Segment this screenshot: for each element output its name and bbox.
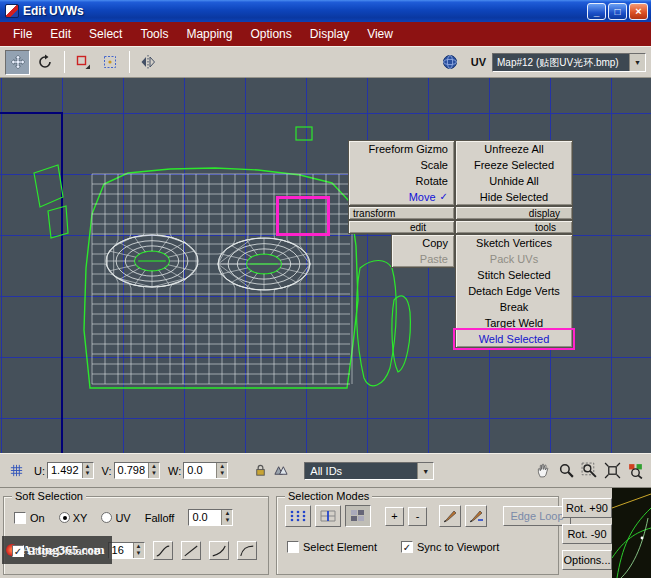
checkbox-box[interactable]: ✓ [12,545,24,557]
menu-item-freeze-selected[interactable]: Freeze Selected [456,157,572,173]
edge-distance-spinner-buttons[interactable]: ▲▼ [133,543,144,558]
menu-item-unfreeze-all[interactable]: Unfreeze All [456,141,572,157]
paint-select-button[interactable] [439,505,461,527]
spinner-down-icon[interactable]: ▼ [149,470,159,477]
w-spinner[interactable]: 0.0 ▲▼ [183,462,228,479]
menu-view[interactable]: View [358,22,402,46]
edge-distance-value[interactable]: 16 [109,543,133,558]
falloff-spinner-buttons[interactable]: ▲▼ [221,510,232,525]
pan-button[interactable] [533,461,553,481]
falloff-value[interactable]: 0.0 [189,510,221,525]
edge-distance-checkbox[interactable]: ✓ Edge Distance [12,545,100,557]
menu-item-scale[interactable]: Scale [349,157,454,173]
menu-edit[interactable]: Edit [41,22,80,46]
spinner-up-icon[interactable]: ▲ [222,510,232,517]
v-value[interactable]: 0.798 [115,463,149,478]
face-mode-button[interactable] [345,505,371,527]
rotate-tool-button[interactable] [32,50,57,75]
map-selector-dropdown[interactable]: Map#12 (贴图UV光环.bmp) ▼ [492,53,646,72]
menu-item-detach-edge-verts[interactable]: Detach Edge Verts [456,283,572,299]
falloff-smooth-button[interactable] [153,541,173,560]
menu-item-freeform-gizmo[interactable]: Freeform Gizmo [349,141,454,157]
absolute-mode-button[interactable] [6,461,26,481]
checkbox-box[interactable] [14,512,26,524]
rotate-minus-90-button[interactable]: Rot. -90 [562,524,612,544]
u-value[interactable]: 1.492 [48,463,82,478]
spinner-down-icon[interactable]: ▼ [217,470,227,477]
v-spinner-buttons[interactable]: ▲▼ [148,463,159,478]
menu-display[interactable]: Display [301,22,358,46]
minimize-button[interactable]: _ [587,3,606,20]
radio-circle[interactable] [101,512,112,523]
zoom-to-selected-button[interactable] [625,461,645,481]
menu-item-unhide-all[interactable]: Unhide All [456,173,572,189]
title-bar[interactable]: Edit UVWs _ □ × [0,0,651,22]
menu-item-copy[interactable]: Copy [392,235,454,251]
spinner-down-icon[interactable]: ▼ [222,517,232,524]
id-filter-dropdown[interactable]: All IDs ▼ [304,462,434,480]
show-map-button[interactable] [438,50,463,75]
freeform-gizmo-button[interactable] [97,50,122,75]
menu-item-target-weld[interactable]: Target Weld [456,315,572,331]
menu-item-stitch-selected[interactable]: Stitch Selected [456,267,572,283]
scale-tool-button[interactable] [70,50,95,75]
rotate-plus-90-button[interactable]: Rot. +90 [562,498,612,518]
shrink-selection-button[interactable]: - [408,507,427,526]
spinner-up-icon[interactable]: ▲ [134,543,144,550]
w-spinner-buttons[interactable]: ▲▼ [216,463,227,478]
menu-item-hide-selected[interactable]: Hide Selected [456,189,572,205]
spinner-up-icon[interactable]: ▲ [217,463,227,470]
uv-editor-viewport[interactable]: Freeform Gizmo Scale Rotate Move ✓ Unfre… [0,78,651,453]
zoom-extents-button[interactable] [602,461,622,481]
menu-file[interactable]: File [4,22,41,46]
u-spinner[interactable]: 1.492 ▲▼ [47,462,94,479]
zoom-button[interactable] [556,461,576,481]
spinner-down-icon[interactable]: ▼ [134,550,144,557]
vertex-mode-button[interactable] [285,505,311,527]
soft-selection-on-checkbox[interactable]: On [14,512,45,524]
select-element-checkbox[interactable]: Select Element [287,541,377,553]
move-tool-button[interactable] [5,50,30,75]
close-button[interactable]: × [629,3,648,20]
falloff-fast-button[interactable] [237,541,257,560]
checkbox-box[interactable]: ✓ [401,541,413,553]
w-value[interactable]: 0.0 [184,463,216,478]
sync-to-viewport-checkbox[interactable]: ✓ Sync to Viewport [401,541,499,553]
menu-item-weld-selected[interactable]: Weld Selected [456,331,572,347]
u-spinner-buttons[interactable]: ▲▼ [82,463,93,478]
dropdown-arrow-icon[interactable]: ▼ [629,54,645,71]
menu-item-break[interactable]: Break [456,299,572,315]
grow-selection-button[interactable]: + [385,507,404,526]
falloff-slow-button[interactable] [209,541,229,560]
mirror-tool-button[interactable] [135,50,160,75]
grid-mode-icon [9,463,24,478]
xy-radio[interactable]: XY [59,512,88,524]
menu-mapping[interactable]: Mapping [177,22,241,46]
zoom-region-button[interactable] [579,461,599,481]
menu-tools[interactable]: Tools [131,22,177,46]
paint-deselect-button[interactable] [465,505,487,527]
uv-channel-label[interactable]: UV [471,56,486,68]
falloff-spinner[interactable]: 0.0 ▲▼ [188,509,233,526]
uv-radio[interactable]: UV [101,512,130,524]
lock-selection-button[interactable] [250,461,270,481]
edge-distance-spinner[interactable]: 16 ▲▼ [108,542,145,559]
v-spinner[interactable]: 0.798 ▲▼ [114,462,161,479]
menu-item-rotate[interactable]: Rotate [349,173,454,189]
checkbox-box[interactable] [287,541,299,553]
menu-options[interactable]: Options [241,22,300,46]
menu-item-move[interactable]: Move ✓ [349,189,454,205]
edge-loop-button[interactable]: Edge Loop [503,506,571,526]
maximize-button[interactable]: □ [608,3,627,20]
filter-selected-faces-button[interactable] [270,461,290,481]
menu-select[interactable]: Select [80,22,131,46]
menu-item-sketch-vertices[interactable]: Sketch Vertices [456,235,572,251]
spinner-up-icon[interactable]: ▲ [149,463,159,470]
radio-circle[interactable] [59,512,70,523]
spinner-up-icon[interactable]: ▲ [83,463,93,470]
edge-mode-button[interactable] [315,505,341,527]
spinner-down-icon[interactable]: ▼ [83,470,93,477]
options-button[interactable]: Options... [562,550,612,570]
falloff-linear-button[interactable] [181,541,201,560]
dropdown-arrow-icon[interactable]: ▼ [417,463,433,479]
